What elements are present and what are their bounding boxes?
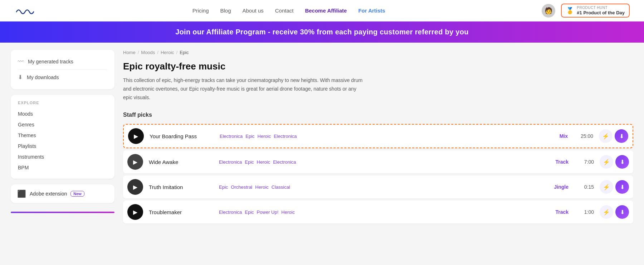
product-hunt-badge[interactable]: 🥇 PRODUCT HUNT #1 Product of the Day — [561, 4, 630, 18]
sidebar-item-moods[interactable]: Moods — [18, 109, 107, 119]
play-icon: ▶ — [134, 133, 138, 140]
track-type: Jingle — [547, 184, 569, 190]
track-tags: Electronica Epic Heroic Electronica — [220, 134, 541, 139]
nav-artists[interactable]: For Artists — [358, 8, 385, 14]
track-tag[interactable]: Electronica — [220, 134, 243, 139]
my-downloads[interactable]: ⬇ My downloads — [18, 71, 107, 83]
download-button[interactable]: ⬇ — [615, 129, 628, 143]
track-thumb: ▶ — [127, 179, 143, 195]
quick-license-button[interactable]: ⚡ — [600, 205, 613, 219]
play-icon: ▶ — [133, 209, 137, 216]
play-icon: ▶ — [133, 184, 137, 191]
track-tag[interactable]: Epic — [245, 209, 254, 215]
track-tag[interactable]: Epic — [219, 184, 228, 190]
avatar[interactable]: 🧑 — [542, 4, 555, 18]
my-generated-tracks[interactable]: 〰 My generated tracks — [18, 56, 107, 68]
play-button[interactable]: ▶ — [127, 179, 143, 195]
track-tag[interactable]: Heroic — [258, 134, 271, 139]
sidebar-item-bpm[interactable]: BPM — [18, 162, 107, 173]
track-actions: ⚡ ⬇ — [600, 180, 629, 194]
track-actions: ⚡ ⬇ — [600, 155, 629, 169]
adobe-extension-card[interactable]: ⬛ Adobe extension New — [11, 184, 114, 203]
play-icon: ▶ — [133, 159, 137, 165]
track-thumb: ▶ — [127, 154, 143, 170]
track-tag[interactable]: Electronica — [273, 159, 296, 165]
quick-license-button[interactable]: ⚡ — [600, 180, 613, 194]
track-tags: Epic Orchestral Heroic Classical — [219, 184, 541, 190]
download-button[interactable]: ⬇ — [615, 205, 629, 219]
adobe-icon: ⬛ — [17, 189, 26, 198]
breadcrumb-moods[interactable]: Moods — [141, 50, 155, 55]
track-name: Truth Imitation — [149, 184, 213, 190]
track-row[interactable]: ▶ Troublemaker Electronica Epic Power Up… — [123, 201, 633, 223]
nav: Pricing Blog About us Contact Become Aff… — [192, 8, 385, 14]
track-row[interactable]: ▶ Wide Awake Electronica Epic Heroic Ele… — [123, 150, 633, 173]
my-generated-tracks-label: My generated tracks — [28, 59, 73, 64]
track-tag[interactable]: Classical — [272, 184, 290, 190]
sidebar: 〰 My generated tracks ⬇ My downloads EXP… — [11, 50, 114, 250]
track-name: Wide Awake — [149, 159, 213, 165]
play-button[interactable]: ▶ — [127, 154, 143, 170]
track-tag[interactable]: Power Up! — [257, 209, 279, 215]
new-badge: New — [70, 191, 84, 197]
affiliate-banner[interactable]: Join our Affiliate Program - receive 30%… — [0, 21, 644, 43]
header-right: 🧑 🥇 PRODUCT HUNT #1 Product of the Day — [542, 4, 630, 18]
track-tag[interactable]: Electronica — [219, 159, 242, 165]
play-button[interactable]: ▶ — [128, 128, 144, 144]
track-tag[interactable]: Heroic — [257, 159, 270, 165]
sidebar-item-themes[interactable]: Themes — [18, 130, 107, 141]
nav-blog[interactable]: Blog — [220, 8, 231, 14]
nav-pricing[interactable]: Pricing — [192, 8, 209, 14]
breadcrumb-epic: Epic — [180, 50, 189, 55]
page-layout: 〰 My generated tracks ⬇ My downloads EXP… — [0, 43, 644, 257]
nav-affiliate[interactable]: Become Affiliate — [305, 8, 347, 14]
sidebar-item-playlists[interactable]: Playlists — [18, 141, 107, 151]
track-tag[interactable]: Epic — [245, 134, 254, 139]
breadcrumb-home[interactable]: Home — [123, 50, 136, 55]
track-name: Your Boarding Pass — [150, 133, 214, 139]
track-tag[interactable]: Electronica — [219, 209, 242, 215]
track-tag[interactable]: Heroic — [281, 209, 295, 215]
track-duration: 7:00 — [574, 159, 594, 165]
ph-product-label: PRODUCT HUNT — [577, 6, 625, 10]
page-description: This collection of epic, high-energy tra… — [123, 76, 366, 102]
track-thumb: ▶ — [127, 204, 143, 220]
quick-license-button[interactable]: ⚡ — [600, 155, 613, 169]
user-card: 〰 My generated tracks ⬇ My downloads — [11, 50, 114, 89]
track-row[interactable]: ▶ Truth Imitation Epic Orchestral Heroic… — [123, 175, 633, 198]
track-tag[interactable]: Electronica — [274, 134, 297, 139]
track-tag[interactable]: Heroic — [255, 184, 269, 190]
quick-license-button[interactable]: ⚡ — [599, 129, 613, 143]
track-tag[interactable]: Epic — [245, 159, 254, 165]
sidebar-item-genres[interactable]: Genres — [18, 119, 107, 130]
download-button[interactable]: ⬇ — [615, 155, 629, 169]
nav-about[interactable]: About us — [243, 8, 264, 14]
track-tag[interactable]: Orchestral — [231, 184, 252, 190]
track-tags: Electronica Epic Heroic Electronica — [219, 159, 541, 165]
page-title: Epic royalty-free music — [123, 61, 633, 72]
adobe-label: Adobe extension — [30, 191, 67, 197]
download-button[interactable]: ⬇ — [615, 180, 629, 194]
main-content: Home / Moods / Heroic / Epic Epic royalt… — [123, 50, 633, 250]
header: Pricing Blog About us Contact Become Aff… — [0, 0, 644, 21]
download-icon: ⬇ — [18, 74, 23, 81]
track-type: Track — [547, 159, 569, 165]
logo[interactable] — [14, 5, 36, 16]
staff-picks-title: Staff picks — [123, 112, 633, 118]
product-hunt-text: PRODUCT HUNT #1 Product of the Day — [577, 6, 625, 16]
breadcrumb-heroic[interactable]: Heroic — [161, 50, 174, 55]
sidebar-item-instruments[interactable]: Instruments — [18, 151, 107, 162]
play-button[interactable]: ▶ — [127, 204, 143, 220]
breadcrumb: Home / Moods / Heroic / Epic — [123, 50, 633, 55]
track-name: Troublemaker — [149, 209, 213, 215]
track-thumb: ▶ — [128, 128, 144, 144]
track-row[interactable]: ▶ Your Boarding Pass Electronica Epic He… — [123, 124, 633, 148]
banner-text: Join our Affiliate Program - receive 30%… — [175, 28, 469, 36]
ph-rank-label: #1 Product of the Day — [577, 10, 625, 16]
nav-contact[interactable]: Contact — [275, 8, 294, 14]
explore-card: EXPLORE Moods Genres Themes Playlists In… — [11, 95, 114, 179]
wave-icon: 〰 — [18, 58, 24, 65]
track-actions: ⚡ ⬇ — [599, 129, 628, 143]
explore-label: EXPLORE — [18, 101, 107, 105]
track-type: Track — [547, 209, 569, 215]
